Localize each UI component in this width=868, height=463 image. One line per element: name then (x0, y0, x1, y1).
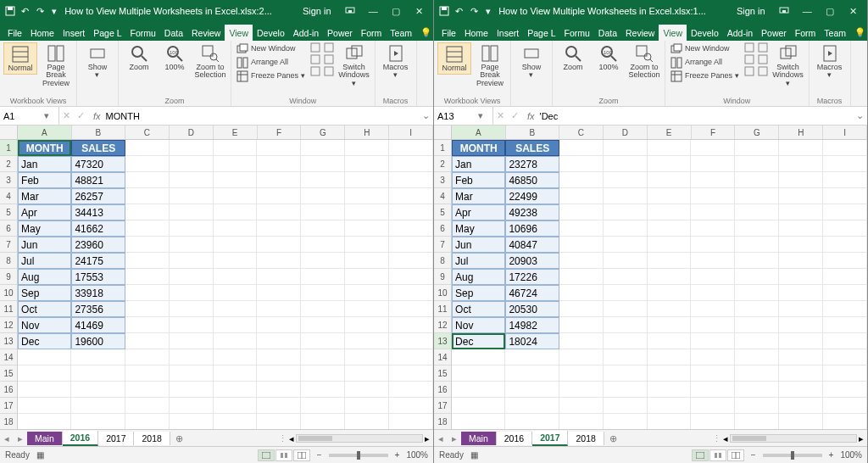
menu-tab-page l[interactable]: Page L (89, 25, 125, 41)
page-layout-view-icon[interactable] (275, 449, 292, 461)
arrange-all-button[interactable]: Arrange All (235, 56, 307, 70)
cell-A18[interactable] (18, 414, 71, 429)
zoom-button[interactable]: Zoom (556, 42, 590, 73)
cell-G12[interactable] (301, 317, 345, 333)
menu-tab-power[interactable]: Power (323, 25, 357, 41)
page-break-view-icon[interactable] (727, 449, 744, 461)
cell-D3[interactable] (170, 172, 214, 188)
window-option-icon[interactable] (310, 66, 322, 78)
cell-B3[interactable]: 46850 (505, 172, 559, 188)
freeze-panes-button[interactable]: Freeze Panes ▾ (669, 70, 741, 83)
cell-A3[interactable]: Feb (452, 172, 505, 188)
page-layout-view-icon[interactable] (709, 449, 726, 461)
cell-I8[interactable] (823, 253, 867, 269)
cell-A12[interactable]: Nov (18, 317, 71, 333)
cell-H10[interactable] (779, 285, 823, 301)
cell-E16[interactable] (648, 382, 692, 398)
cell-I6[interactable] (389, 220, 433, 237)
cell-C3[interactable] (125, 172, 170, 188)
cell-F4[interactable] (691, 188, 735, 204)
cell-F10[interactable] (257, 285, 301, 301)
scroll-left-icon[interactable]: ◂ (723, 433, 728, 443)
cell-D6[interactable] (170, 220, 214, 237)
row-header-8[interactable]: 8 (434, 253, 452, 269)
cell-F9[interactable] (691, 269, 735, 285)
cell-G15[interactable] (301, 365, 345, 382)
spreadsheet-grid[interactable]: ABCDEFGHI1MONTHSALES2Jan232783Feb468504M… (434, 126, 867, 429)
cell-H12[interactable] (779, 317, 823, 333)
cell-H9[interactable] (345, 269, 389, 285)
cell-B13[interactable]: 18024 (505, 333, 559, 349)
cell-E14[interactable] (648, 349, 692, 365)
cell-H3[interactable] (779, 172, 823, 188)
cell-F12[interactable] (691, 317, 735, 333)
cell-G2[interactable] (301, 156, 345, 172)
row-header-5[interactable]: 5 (0, 204, 18, 220)
cell-F3[interactable] (257, 172, 301, 188)
cell-A6[interactable]: May (452, 220, 505, 237)
window-option-icon[interactable] (744, 42, 756, 54)
cell-E7[interactable] (214, 237, 258, 253)
menu-tab-review[interactable]: Review (187, 25, 225, 41)
cell-A7[interactable]: Jun (18, 237, 71, 253)
qat-dropdown-icon[interactable]: ▾ (484, 5, 493, 17)
cell-B18[interactable] (71, 414, 125, 429)
cell-G4[interactable] (735, 188, 779, 204)
cell-E17[interactable] (214, 398, 258, 414)
cell-B14[interactable] (505, 349, 559, 365)
minimize-icon[interactable]: — (364, 3, 382, 19)
cell-A1[interactable]: MONTH (452, 140, 505, 156)
cell-C16[interactable] (559, 382, 604, 398)
cell-B11[interactable]: 20530 (505, 301, 559, 317)
cell-B14[interactable] (71, 349, 125, 365)
cell-E11[interactable] (648, 301, 692, 317)
sheet-tab-main[interactable]: Main (27, 432, 63, 445)
macros-button[interactable]: Macros ▾ (813, 42, 847, 81)
cell-B16[interactable] (71, 382, 125, 398)
window-option-icon[interactable] (758, 54, 770, 66)
cell-A12[interactable]: Nov (452, 317, 505, 333)
cell-D8[interactable] (604, 253, 648, 269)
menu-tab-review[interactable]: Review (621, 25, 659, 41)
cell-A16[interactable] (18, 382, 71, 398)
cell-C14[interactable] (559, 349, 604, 365)
cell-B1[interactable]: SALES (505, 140, 559, 156)
expand-formula-icon[interactable]: ⌄ (419, 110, 433, 121)
cell-A13[interactable]: Dec (452, 333, 505, 349)
cell-A4[interactable]: Mar (18, 188, 71, 204)
cell-D1[interactable] (604, 140, 648, 156)
cell-D12[interactable] (170, 317, 214, 333)
cell-A14[interactable] (452, 349, 505, 365)
cell-C14[interactable] (125, 349, 170, 365)
switch-windows-button[interactable]: Switch Windows ▾ (337, 42, 371, 89)
cell-E13[interactable] (648, 333, 692, 349)
cell-D4[interactable] (170, 188, 214, 204)
cell-B8[interactable]: 20903 (505, 253, 559, 269)
cell-H8[interactable] (779, 253, 823, 269)
cell-F1[interactable] (257, 140, 301, 156)
cell-F8[interactable] (691, 253, 735, 269)
menu-tab-view[interactable]: View (659, 25, 687, 41)
cell-F8[interactable] (257, 253, 301, 269)
cell-A16[interactable] (452, 382, 505, 398)
cell-B11[interactable]: 27356 (71, 301, 125, 317)
row-header-12[interactable]: 12 (434, 317, 452, 333)
cell-F9[interactable] (257, 269, 301, 285)
cell-B12[interactable]: 41469 (71, 317, 125, 333)
cell-I16[interactable] (823, 382, 867, 398)
cell-B17[interactable] (505, 398, 559, 414)
cell-F3[interactable] (691, 172, 735, 188)
cell-B17[interactable] (71, 398, 125, 414)
page-break-preview-button[interactable]: Page Break Preview (39, 42, 73, 89)
cell-A10[interactable]: Sep (452, 285, 505, 301)
menu-tab-home[interactable]: Home (460, 25, 492, 41)
cell-G3[interactable] (735, 172, 779, 188)
row-header-6[interactable]: 6 (434, 220, 452, 237)
cell-F18[interactable] (691, 414, 735, 429)
cell-G18[interactable] (301, 414, 345, 429)
column-header-G[interactable]: G (301, 126, 345, 139)
cell-A7[interactable]: Jun (452, 237, 505, 253)
zoom-out-icon[interactable]: − (751, 450, 756, 460)
window-option-icon[interactable] (324, 42, 336, 54)
cell-C10[interactable] (559, 285, 604, 301)
